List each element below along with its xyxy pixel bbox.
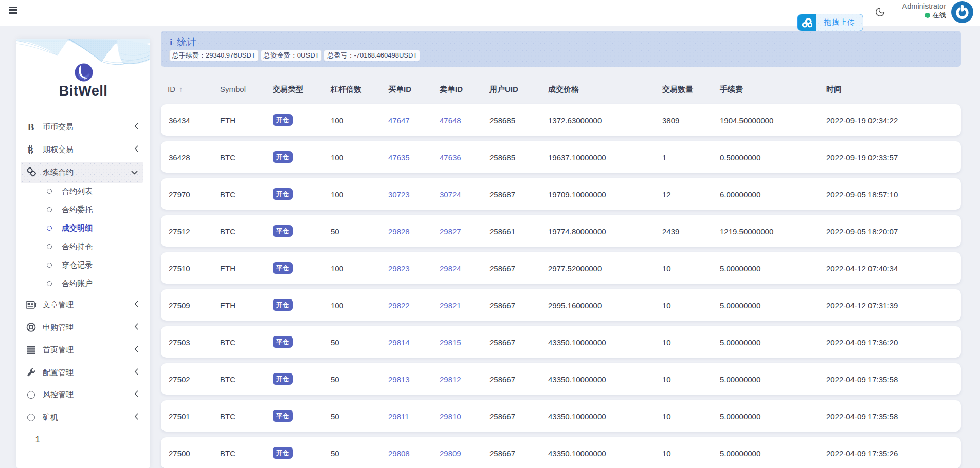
svg-text:B: B	[28, 145, 33, 155]
